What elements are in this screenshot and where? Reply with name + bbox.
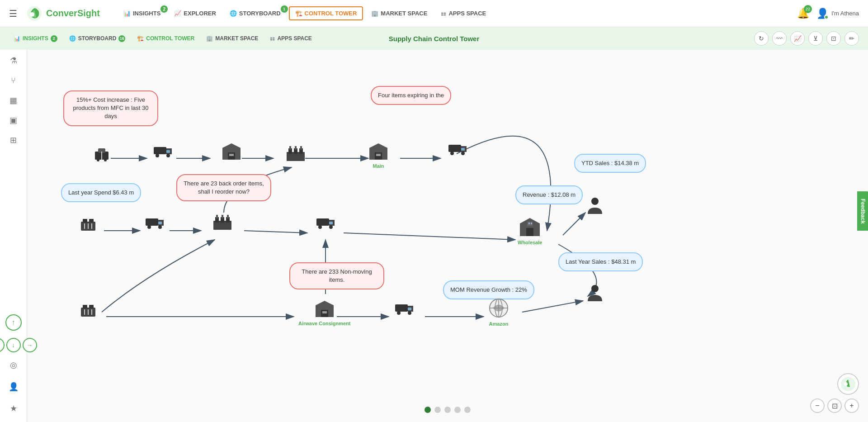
refresh-button[interactable]: ↻ bbox=[754, 31, 769, 46]
svg-rect-71 bbox=[526, 228, 533, 236]
sidebar-bottom: ↑ ← ↓ → ◎ 👤 ★ bbox=[0, 314, 37, 417]
sidebar-item-monitor[interactable]: ▣ bbox=[5, 111, 23, 129]
node-supplier2[interactable] bbox=[79, 216, 97, 234]
callout-non-moving[interactable]: There are 233 Non-moving items. bbox=[289, 262, 384, 289]
sidebar-item-star[interactable]: ★ bbox=[5, 399, 23, 417]
nav-item-insights[interactable]: 📊 INSIGHTS 2 bbox=[118, 7, 166, 19]
hamburger-icon[interactable]: ☰ bbox=[9, 8, 17, 19]
user-menu[interactable]: 👤 I'm Athena bbox=[816, 8, 859, 19]
pagination-dot-4[interactable] bbox=[454, 407, 461, 413]
node-amazon[interactable]: Amazon bbox=[488, 298, 509, 327]
sub-nav-appsspace[interactable]: ⚏ APPS SPACE bbox=[265, 33, 316, 44]
pagination-dot-2[interactable] bbox=[434, 407, 441, 413]
user-name: I'm Athena bbox=[831, 10, 859, 17]
nav-right-btn[interactable]: → bbox=[23, 338, 37, 352]
svg-point-68 bbox=[318, 225, 322, 229]
sub-nav-controltower[interactable]: 🏗️ CONTROL TOWER bbox=[132, 33, 199, 44]
zoom-fit-button[interactable]: ⊡ bbox=[827, 398, 842, 413]
sub-nav-insights[interactable]: 📊 INSIGHTS 2 bbox=[9, 33, 62, 44]
node-truck4[interactable] bbox=[394, 302, 414, 316]
sidebar-item-flask[interactable]: ⚗ bbox=[5, 52, 23, 70]
chart-button[interactable]: 📈 bbox=[790, 31, 805, 46]
svg-point-69 bbox=[329, 225, 333, 229]
svg-point-90 bbox=[408, 311, 411, 315]
appsspace-icon: ⚏ bbox=[441, 10, 446, 17]
svg-rect-64 bbox=[227, 215, 229, 218]
callout-cost-increase[interactable]: 15%+ Cost increase : Five products from … bbox=[63, 90, 158, 126]
svg-point-46 bbox=[461, 152, 465, 155]
svg-line-11 bbox=[344, 233, 515, 240]
eye-button[interactable]: 〰 bbox=[772, 31, 787, 46]
nav-left-btn[interactable]: ← bbox=[0, 338, 5, 352]
user-avatar: 👤 bbox=[816, 8, 829, 19]
node-truck1[interactable] bbox=[153, 145, 173, 158]
callout-revenue[interactable]: Revenue : $12.08 m bbox=[515, 185, 583, 204]
nav-down-btn[interactable]: ↓ bbox=[6, 338, 21, 352]
controltower-icon: 🏗️ bbox=[295, 10, 302, 17]
node-truck3[interactable] bbox=[316, 216, 335, 230]
callout-ytd-sales[interactable]: YTD Sales : $14.38 m bbox=[574, 154, 646, 173]
sub-nav-title: Supply Chain Control Tower bbox=[389, 35, 480, 43]
svg-rect-84 bbox=[322, 311, 325, 313]
sidebar-item-dashboard[interactable]: ▦ bbox=[5, 91, 23, 109]
callout-last-year-sales[interactable]: Last Year Sales : $48.31 m bbox=[558, 252, 643, 271]
filter-button[interactable]: ⊻ bbox=[808, 31, 823, 46]
svg-rect-88 bbox=[408, 308, 411, 310]
node-customer1[interactable] bbox=[587, 197, 603, 215]
callout-expiring[interactable]: Four items expiring in the bbox=[371, 86, 451, 105]
bell-badge: 22 bbox=[804, 5, 812, 13]
node-factory2[interactable] bbox=[212, 213, 232, 231]
nav-item-controltower[interactable]: 🏗️ CONTROL TOWER bbox=[289, 6, 363, 20]
svg-rect-55 bbox=[158, 222, 162, 224]
node-wholesale[interactable]: Wholesale bbox=[518, 217, 542, 245]
node-customer2[interactable] bbox=[587, 284, 603, 302]
svg-rect-86 bbox=[395, 304, 408, 312]
avatar-button[interactable] bbox=[837, 373, 859, 395]
svg-point-1 bbox=[30, 12, 34, 17]
nav-item-storyboard[interactable]: 🌐 STORYBOARD 1 bbox=[224, 7, 286, 19]
svg-line-10 bbox=[244, 231, 307, 233]
svg-point-95 bbox=[591, 285, 599, 292]
zoom-controls: − ⊡ + bbox=[810, 398, 859, 413]
storyboard-badge: 1 bbox=[281, 5, 288, 13]
sidebar-item-git[interactable]: ⑂ bbox=[5, 71, 23, 90]
node-warehouse-airwave[interactable]: Airwave Consignment bbox=[298, 300, 351, 326]
callout-spend[interactable]: Last year Spend $6.43 m bbox=[61, 183, 141, 202]
svg-rect-77 bbox=[83, 305, 87, 308]
logo: ConverSight bbox=[26, 5, 100, 22]
node-truck-main[interactable] bbox=[448, 142, 467, 156]
sidebar-item-circle[interactable]: ◎ bbox=[5, 356, 23, 374]
svg-rect-74 bbox=[531, 223, 532, 224]
pagination-dot-3[interactable] bbox=[444, 407, 451, 413]
pagination bbox=[425, 407, 471, 413]
node-supplier3[interactable] bbox=[79, 302, 97, 320]
zoom-in-button[interactable]: + bbox=[844, 398, 859, 413]
sub-nav-storyboard[interactable]: 🌐 STORYBOARD 16 bbox=[65, 33, 130, 44]
nav-item-explorer[interactable]: 📈 EXPLORER bbox=[169, 7, 222, 19]
svg-rect-85 bbox=[325, 311, 327, 313]
callout-backorder[interactable]: There are 23 back order items, shall I r… bbox=[176, 174, 271, 201]
nav-item-appsspace[interactable]: ⚏ APPS SPACE bbox=[435, 7, 491, 19]
node-supplier1[interactable] bbox=[93, 145, 111, 163]
pagination-dot-1[interactable] bbox=[425, 407, 431, 413]
callout-mom-growth[interactable]: MOM Revenue Growth : 22% bbox=[443, 280, 534, 299]
sub-nav-marketspace[interactable]: 🏢 MARKET SPACE bbox=[202, 33, 263, 44]
layout-button[interactable]: ⊡ bbox=[826, 31, 841, 46]
node-warehouse1[interactable] bbox=[222, 142, 241, 161]
svg-point-75 bbox=[591, 198, 599, 205]
sidebar-up-btn[interactable]: ↑ bbox=[5, 314, 22, 331]
svg-rect-73 bbox=[528, 223, 530, 224]
feedback-tab[interactable]: Feedback bbox=[857, 191, 868, 231]
svg-point-21 bbox=[104, 159, 107, 161]
bell-button[interactable]: 🔔 22 bbox=[797, 8, 809, 19]
sidebar-item-layers[interactable]: ⊞ bbox=[5, 131, 23, 149]
pagination-dot-5[interactable] bbox=[464, 407, 471, 413]
zoom-out-button[interactable]: − bbox=[810, 398, 825, 413]
svg-rect-48 bbox=[83, 219, 87, 223]
nav-item-marketspace[interactable]: 🏢 MARKET SPACE bbox=[366, 7, 433, 19]
node-warehouse-main[interactable]: Main bbox=[368, 142, 388, 169]
edit-button[interactable]: ✏ bbox=[844, 31, 859, 46]
node-truck2[interactable] bbox=[145, 216, 165, 230]
node-factory1[interactable] bbox=[286, 144, 306, 162]
sidebar-item-user[interactable]: 👤 bbox=[5, 378, 23, 396]
